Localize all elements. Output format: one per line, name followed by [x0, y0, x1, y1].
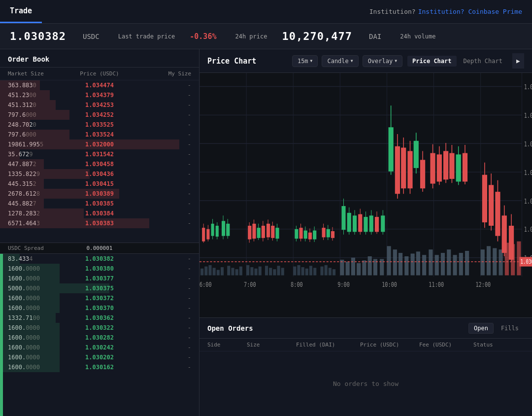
bid-row[interactable]: 1600.0000 1.030282 - — [0, 333, 199, 343]
svg-rect-41 — [254, 269, 257, 276]
ask-mysize: - — [130, 161, 191, 168]
col-fee: Fee (USDC) — [419, 342, 473, 348]
ask-row[interactable]: 35.6729 1.031542 - — [0, 149, 199, 159]
svg-text:1.04: 1.04 — [524, 226, 532, 234]
bid-price: 1.030162 — [69, 364, 130, 371]
ask-row[interactable]: 451.3120 1.034253 - — [0, 100, 199, 110]
type-chevron: ▼ — [351, 59, 353, 63]
chart-tabs: Price Chart Depth Chart — [407, 56, 507, 67]
ask-price: 1.034379 — [69, 92, 130, 99]
svg-rect-101 — [252, 224, 256, 239]
ask-row[interactable]: 19861.9955 1.032000 - — [0, 139, 199, 149]
ask-row[interactable]: 248.7020 1.033525 - — [0, 120, 199, 130]
svg-rect-107 — [266, 224, 270, 238]
price-chart-svg: 1.065 1.06 1.055 1.05 1.045 1.04 1.035 6… — [200, 73, 532, 317]
svg-rect-34 — [221, 267, 224, 276]
svg-rect-37 — [235, 269, 238, 275]
ask-row[interactable]: 447.8872 1.030458 - — [0, 159, 199, 169]
bid-mysize: - — [130, 275, 191, 282]
svg-rect-38 — [239, 267, 242, 276]
order-book-header: Market Size Price (USDC) My Size — [0, 68, 199, 80]
ask-row[interactable]: 445.3152 1.030415 - — [0, 179, 199, 189]
col-side: Side — [207, 342, 247, 348]
tab-fills[interactable]: Fills — [496, 323, 524, 334]
svg-rect-47 — [281, 268, 284, 275]
ask-row[interactable]: 1278.2832 1.030384 - — [0, 208, 199, 218]
ask-price: 1.033524 — [69, 131, 130, 138]
bid-row[interactable]: 1600.0000 1.030322 - — [0, 323, 199, 333]
svg-rect-66 — [387, 246, 391, 275]
svg-rect-63 — [368, 256, 372, 276]
tab-open[interactable]: Open — [468, 323, 494, 334]
bid-mysize: - — [130, 344, 191, 351]
ask-mysize: - — [130, 171, 191, 177]
svg-rect-36 — [231, 268, 234, 275]
interval-selector[interactable]: 15m ▼ — [292, 55, 318, 67]
svg-rect-71 — [416, 251, 420, 275]
svg-rect-62 — [362, 260, 366, 275]
overlay-selector[interactable]: Overlay ▼ — [363, 55, 402, 67]
bid-row[interactable]: 1600.0000 1.030380 - — [0, 264, 199, 274]
bid-row[interactable]: 1600.0000 1.030370 - — [0, 303, 199, 313]
bid-row[interactable]: 1600.0000 1.030162 - — [0, 362, 199, 372]
ask-row[interactable]: 797.6000 1.033524 - — [0, 130, 199, 139]
overlay-label: Overlay — [368, 58, 393, 65]
bid-mysize: - — [130, 324, 191, 331]
bid-row[interactable]: 1600.0000 1.030372 - — [0, 293, 199, 303]
col-market-size: Market Size — [8, 70, 69, 77]
ask-row[interactable]: 451.2300 1.034379 - — [0, 90, 199, 100]
ask-mysize: - — [130, 92, 191, 99]
coinbase-prime-link[interactable]: Institution? Coinbase Prime — [418, 8, 522, 15]
bid-price: 1.030282 — [69, 334, 130, 341]
svg-rect-56 — [329, 268, 332, 275]
svg-rect-51 — [305, 269, 308, 276]
bid-price: 1.030322 — [69, 324, 130, 331]
ask-row[interactable]: 1335.8229 1.030436 - — [0, 169, 199, 179]
tab-price-chart[interactable]: Price Chart — [407, 56, 456, 67]
right-panel: Price Chart 15m ▼ Candle ▼ Overlay ▼ Pri… — [200, 49, 532, 416]
spread-mysize — [130, 245, 191, 251]
svg-rect-46 — [277, 266, 280, 275]
bid-mysize: - — [130, 305, 191, 312]
svg-rect-52 — [309, 266, 312, 275]
bid-rows: 83.4334 1.030382 - 1600.0000 1.030380 - … — [0, 254, 199, 416]
svg-text:6:00: 6:00 — [200, 281, 212, 289]
bid-mysize: - — [130, 314, 191, 321]
col-size: Size — [247, 342, 296, 348]
svg-rect-61 — [357, 263, 361, 276]
trade-tab[interactable]: Trade — [0, 0, 42, 23]
svg-rect-54 — [320, 267, 323, 276]
price-currency: USDC — [83, 33, 100, 40]
col-filled: Filled (DAI) — [296, 342, 360, 348]
ask-price: 1.034252 — [69, 111, 130, 118]
bid-row[interactable]: 1600.0000 1.030242 - — [0, 343, 199, 352]
col-price: Price (USDC) — [360, 342, 419, 348]
ask-price: 1.030415 — [69, 180, 130, 187]
tab-depth-chart[interactable]: Depth Chart — [459, 56, 507, 67]
bid-row[interactable]: 5000.0000 1.030375 - — [0, 283, 199, 293]
svg-rect-29 — [200, 269, 203, 276]
ask-row[interactable]: 445.8827 1.030385 - — [0, 199, 199, 208]
svg-text:1.065: 1.065 — [524, 83, 532, 91]
svg-text:1.05: 1.05 — [524, 169, 532, 176]
svg-rect-57 — [332, 269, 335, 275]
ask-row[interactable]: 6571.4643 1.030383 - — [0, 218, 199, 228]
ticker-bar: 1.030382 USDC Last trade price -0.36% 24… — [0, 24, 532, 49]
chart-type-selector[interactable]: Candle ▼ — [322, 55, 358, 67]
bid-row[interactable]: 83.4334 1.030382 - — [0, 254, 199, 264]
orders-header: Open Orders Open Fills — [200, 318, 532, 339]
bid-row[interactable]: 1332.7100 1.030362 - — [0, 313, 199, 323]
bid-price: 1.030380 — [69, 265, 130, 272]
ask-row[interactable]: 363.8830 1.034474 - — [0, 80, 199, 90]
ask-row[interactable]: 2678.6128 1.030389 - — [0, 189, 199, 199]
ask-mysize: - — [130, 210, 191, 217]
bid-mysize: - — [130, 295, 191, 302]
svg-rect-59 — [346, 262, 350, 276]
bid-row[interactable]: 1600.0000 1.030202 - — [0, 352, 199, 362]
svg-rect-75 — [441, 253, 445, 275]
ask-row[interactable]: 797.6000 1.034252 - — [0, 110, 199, 120]
ask-price: 1.031542 — [69, 151, 130, 158]
ask-price: 1.034253 — [69, 102, 130, 108]
bid-row[interactable]: 1600.0000 1.030377 - — [0, 274, 199, 283]
chart-nav-arrow[interactable]: ▶ — [512, 53, 524, 69]
